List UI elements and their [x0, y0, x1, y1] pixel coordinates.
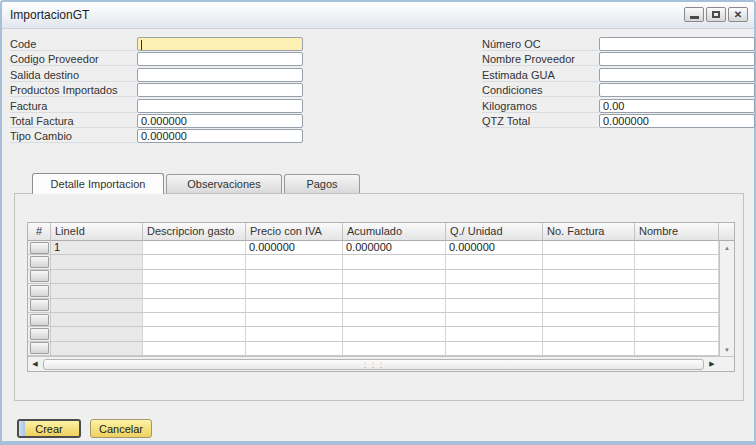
cell[interactable]	[246, 284, 343, 298]
row-selector-cell[interactable]	[28, 327, 51, 341]
cell[interactable]	[143, 299, 246, 313]
row-selector-button[interactable]	[30, 299, 49, 311]
cell[interactable]	[446, 342, 543, 356]
cell[interactable]	[143, 255, 246, 269]
cell[interactable]	[143, 241, 246, 255]
cell[interactable]	[143, 270, 246, 284]
row-selector-cell[interactable]	[28, 241, 51, 255]
cell[interactable]	[543, 327, 635, 341]
cell[interactable]	[543, 284, 635, 298]
cell[interactable]	[51, 327, 143, 341]
cell[interactable]	[635, 241, 719, 255]
column-header-4[interactable]: Acumulado	[343, 223, 446, 241]
cancelar-button[interactable]: Cancelar	[90, 419, 152, 438]
productos-importados-input[interactable]	[137, 83, 303, 97]
cell[interactable]	[246, 299, 343, 313]
cell[interactable]: 1	[51, 241, 143, 255]
row-selector-button[interactable]	[30, 285, 49, 297]
cell[interactable]	[51, 284, 143, 298]
scroll-right-button[interactable]: ▶	[705, 360, 719, 368]
cell[interactable]	[543, 241, 635, 255]
row-selector-cell[interactable]	[28, 284, 51, 298]
cell[interactable]	[246, 270, 343, 284]
kilogramos-input[interactable]: 0.00	[599, 99, 755, 113]
cell[interactable]	[543, 255, 635, 269]
row-selector-cell[interactable]	[28, 255, 51, 269]
scroll-up-button[interactable]: ▲	[720, 241, 734, 254]
cell[interactable]	[446, 299, 543, 313]
qtz-total-input[interactable]: 0.000000	[599, 114, 755, 128]
cell[interactable]	[446, 255, 543, 269]
cell[interactable]	[635, 284, 719, 298]
cell[interactable]	[51, 255, 143, 269]
scroll-left-button[interactable]: ◀	[28, 360, 42, 368]
condiciones-input[interactable]	[599, 83, 755, 97]
cell[interactable]	[635, 327, 719, 341]
cell[interactable]	[343, 299, 446, 313]
column-header-1[interactable]: LineId	[51, 223, 143, 241]
cell[interactable]	[246, 342, 343, 356]
cell[interactable]	[143, 284, 246, 298]
column-header-0[interactable]: #	[28, 223, 51, 241]
row-selector-button[interactable]	[30, 342, 49, 354]
cell[interactable]	[543, 270, 635, 284]
cell[interactable]	[51, 342, 143, 356]
cell[interactable]	[51, 299, 143, 313]
crear-button[interactable]: Crear	[17, 419, 81, 438]
cell[interactable]	[543, 313, 635, 327]
cell[interactable]	[143, 342, 246, 356]
row-selector-cell[interactable]	[28, 270, 51, 284]
cell[interactable]	[446, 270, 543, 284]
tipo-cambio-input[interactable]: 0.000000	[137, 129, 303, 143]
cell[interactable]	[343, 284, 446, 298]
row-selector-button[interactable]	[30, 270, 49, 282]
row-selector-cell[interactable]	[28, 342, 51, 356]
horizontal-scrollbar[interactable]: ◀ ⋮⋮⋮ ▶	[28, 356, 719, 371]
cell[interactable]	[343, 270, 446, 284]
cell[interactable]	[343, 313, 446, 327]
cell[interactable]	[543, 342, 635, 356]
column-header-6[interactable]: No. Factura	[543, 223, 635, 241]
maximize-button[interactable]	[706, 7, 726, 22]
cell[interactable]	[543, 299, 635, 313]
cell[interactable]	[246, 255, 343, 269]
column-header-7[interactable]: Nombre	[635, 223, 719, 241]
total-factura-input[interactable]: 0.000000	[137, 114, 303, 128]
cell[interactable]	[343, 255, 446, 269]
cell[interactable]	[51, 270, 143, 284]
column-header-2[interactable]: Descripcion gasto	[143, 223, 246, 241]
cell[interactable]	[446, 327, 543, 341]
cell[interactable]	[635, 313, 719, 327]
row-selector-cell[interactable]	[28, 313, 51, 327]
tab-observaciones[interactable]: Observaciones	[166, 174, 282, 193]
code-input[interactable]	[137, 37, 303, 51]
nombre-proveedor-input[interactable]	[599, 52, 755, 66]
row-selector-cell[interactable]	[28, 299, 51, 313]
cell[interactable]	[635, 255, 719, 269]
cell[interactable]	[143, 327, 246, 341]
row-selector-button[interactable]	[30, 242, 49, 254]
codigo-proveedor-input[interactable]	[137, 52, 303, 66]
salida-destino-input[interactable]	[137, 68, 303, 82]
column-header-5[interactable]: Q./ Unidad	[446, 223, 543, 241]
row-selector-button[interactable]	[30, 256, 49, 268]
cell[interactable]	[343, 327, 446, 341]
column-header-3[interactable]: Precio con IVA	[246, 223, 343, 241]
horizontal-scroll-thumb[interactable]: ⋮⋮⋮	[43, 359, 704, 370]
close-button[interactable]: ✕	[728, 7, 748, 22]
cell[interactable]	[635, 299, 719, 313]
cell[interactable]: 0.000000	[343, 241, 446, 255]
tab-pagos[interactable]: Pagos	[284, 174, 360, 193]
titlebar[interactable]: ImportacionGT ✕	[2, 2, 754, 29]
numero-oc-input[interactable]	[599, 37, 755, 51]
cell[interactable]	[635, 342, 719, 356]
cell[interactable]: 0.000000	[446, 241, 543, 255]
cell[interactable]	[246, 327, 343, 341]
cell[interactable]	[246, 313, 343, 327]
tab-detalle-importacion[interactable]: Detalle Importacion	[32, 173, 164, 194]
minimize-button[interactable]	[684, 7, 704, 22]
cell[interactable]	[343, 342, 446, 356]
estimada-gua-input[interactable]	[599, 68, 755, 82]
row-selector-button[interactable]	[30, 314, 49, 326]
factura-input[interactable]	[137, 99, 303, 113]
